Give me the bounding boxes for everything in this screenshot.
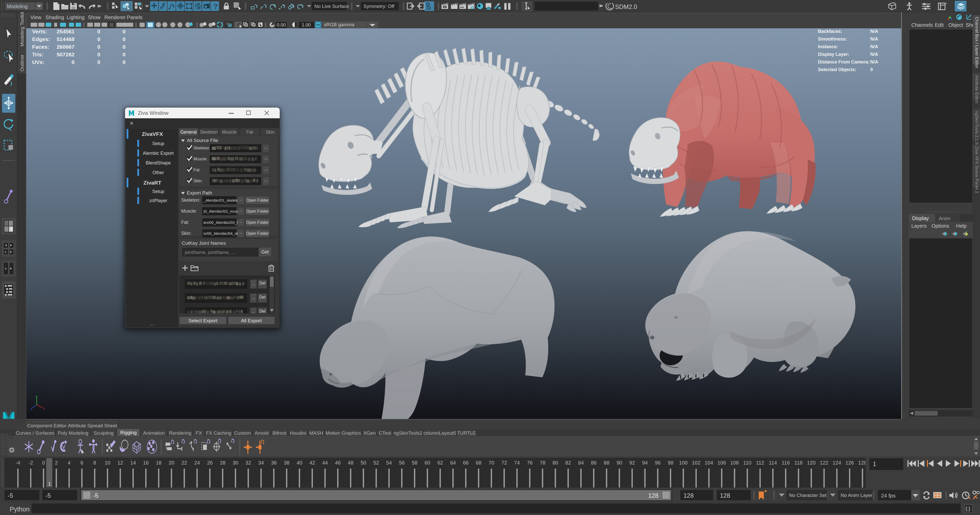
svg-text:112: 112 [756,460,764,466]
svg-text:128: 128 [858,460,865,466]
svg-text:20: 20 [169,460,174,466]
svg-text:66: 66 [463,460,469,466]
svg-text:94: 94 [642,460,648,466]
svg-text:92: 92 [629,460,635,466]
svg-text:106: 106 [718,460,726,466]
svg-text:1.00: 1.00 [302,22,310,27]
svg-text:18: 18 [156,460,162,466]
svg-text:42: 42 [309,460,315,466]
svg-text:62: 62 [438,460,443,466]
svg-text:72: 72 [501,460,507,466]
svg-text:36: 36 [271,460,277,466]
svg-text:96: 96 [655,460,660,466]
svg-text:6: 6 [80,460,83,466]
svg-text:60: 60 [425,460,430,466]
svg-text:-4: -4 [16,460,20,466]
svg-text:1: 1 [48,481,51,486]
svg-text:102: 102 [692,460,700,466]
svg-text:ON: ON [316,24,320,26]
svg-text:0.00: 0.00 [277,22,286,27]
svg-text:126: 126 [845,460,854,466]
svg-text:80: 80 [552,460,558,466]
svg-text:10: 10 [105,460,110,466]
svg-text:88: 88 [604,460,609,466]
svg-text:124: 124 [833,460,841,466]
svg-text:22: 22 [181,460,187,466]
svg-text:z: z [30,406,33,411]
svg-text:IPR: IPR [460,6,464,9]
svg-text:30: 30 [232,460,238,466]
svg-text:120: 120 [807,460,815,466]
svg-text:118: 118 [794,460,803,466]
svg-text:4: 4 [68,460,70,466]
svg-text:-2: -2 [29,460,33,466]
svg-text:58: 58 [412,460,417,466]
svg-text:122: 122 [820,460,828,466]
svg-text:76: 76 [527,460,533,466]
svg-text:64: 64 [450,460,456,466]
svg-text:48: 48 [348,460,353,466]
svg-text:44: 44 [322,460,328,466]
svg-text:32: 32 [245,460,251,466]
svg-text:46: 46 [335,460,341,466]
svg-text:y: y [36,396,38,398]
svg-text:70: 70 [488,460,494,466]
svg-text:14: 14 [130,460,136,466]
svg-text:x: x [43,406,45,410]
svg-text:8: 8 [94,460,96,466]
svg-text:116: 116 [782,460,790,466]
svg-text:38: 38 [284,460,290,466]
svg-text:68: 68 [476,460,481,466]
svg-text:26: 26 [207,460,213,466]
svg-text:40: 40 [297,460,302,466]
svg-text:110: 110 [743,460,751,466]
svg-text:108: 108 [730,460,738,466]
svg-text:114: 114 [769,460,777,466]
svg-text:34: 34 [258,460,264,466]
svg-text:84: 84 [578,460,584,466]
svg-text:52: 52 [373,460,379,466]
svg-text:sRGB gamma: sRGB gamma [324,22,355,27]
svg-text:+: + [4,266,7,271]
svg-text:+: + [4,250,6,254]
svg-text:24: 24 [194,460,200,466]
svg-text:12: 12 [118,460,123,466]
svg-text:{;}: {;} [966,506,970,512]
svg-text:90: 90 [617,460,622,466]
svg-text:86: 86 [591,460,597,466]
svg-text:56: 56 [399,460,404,466]
svg-text:16: 16 [143,460,148,466]
svg-text:28: 28 [220,460,225,466]
svg-text:98: 98 [668,460,673,466]
svg-text:82: 82 [565,460,571,466]
svg-text:78: 78 [540,460,546,466]
svg-text:+: + [966,230,967,233]
svg-text:74: 74 [514,460,520,466]
svg-text:50: 50 [361,460,366,466]
svg-text:0: 0 [42,460,45,466]
svg-text:54: 54 [386,460,392,466]
svg-text:104: 104 [705,460,713,466]
svg-text:100: 100 [679,460,687,466]
svg-text:2: 2 [55,460,58,466]
